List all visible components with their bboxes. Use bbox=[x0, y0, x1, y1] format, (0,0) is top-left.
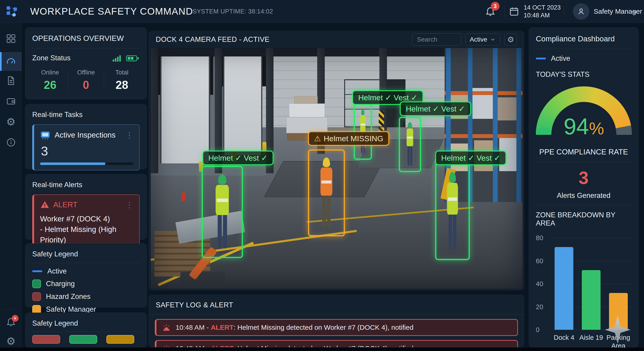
calendar-button[interactable] bbox=[507, 4, 522, 19]
chart-ytick: 40 bbox=[536, 280, 547, 288]
worker-figure bbox=[213, 174, 231, 253]
detection-label-text: Helmet ✓ Vest ✓ bbox=[441, 153, 500, 162]
sidebar-item-dashboard[interactable] bbox=[0, 29, 22, 48]
sidebar-item-settings[interactable]: ⚙ bbox=[0, 112, 22, 131]
legend-label: Charging bbox=[46, 280, 75, 288]
bottom-letterbox-bar bbox=[0, 348, 644, 351]
chart-ytick: 20 bbox=[536, 303, 547, 311]
legend2-swatches bbox=[32, 335, 140, 344]
time-text: 10:48 AM bbox=[524, 11, 561, 19]
active-inspections-card[interactable]: Active Inspections ⋮ 3 bbox=[32, 124, 140, 170]
sidebar-item-notifications[interactable]: + bbox=[0, 313, 22, 331]
page-title: WORKPLACE SAFETY COMMAND bbox=[30, 0, 193, 23]
camera-feed[interactable]: Helmet ✓ Vest ✓⚠Helmet MISSINGHelmet ✓ V… bbox=[151, 48, 522, 289]
search-input[interactable] bbox=[412, 33, 461, 46]
calendar-icon bbox=[509, 6, 519, 17]
log-entry[interactable]: 10:48 AM - ALERT: Helmet Missing detecte… bbox=[155, 319, 518, 336]
chart-gridline bbox=[550, 238, 632, 238]
menu-dots-icon[interactable]: ⋮ bbox=[126, 201, 133, 209]
sidebar-item-assets[interactable] bbox=[0, 92, 22, 111]
detection-box[interactable] bbox=[435, 163, 470, 260]
legend-label: Hazard Zones bbox=[46, 293, 90, 301]
detection-box[interactable] bbox=[308, 149, 345, 236]
zone-status-icons bbox=[112, 54, 140, 62]
log-time: 10:48 AM - bbox=[176, 345, 211, 347]
sidebar-item-info[interactable] bbox=[0, 133, 22, 152]
divider bbox=[32, 48, 140, 48]
avatar[interactable] bbox=[573, 3, 589, 20]
panel-title: Compliance Dashboard bbox=[536, 34, 632, 43]
warning-icon: ⚠ bbox=[314, 134, 321, 143]
log-entry[interactable]: 10:48 AM - ALERT: Helmet Missing detecte… bbox=[155, 340, 518, 347]
vest-shape bbox=[406, 128, 413, 146]
legend-list: ActiveChargingHazard ZonesSafety Manager bbox=[32, 267, 140, 314]
chevron-down-icon bbox=[490, 36, 496, 42]
siren-icon bbox=[162, 323, 171, 332]
legend-swatch bbox=[69, 335, 97, 344]
siren-icon bbox=[162, 344, 171, 347]
legend-swatch bbox=[32, 270, 42, 272]
sidebar-alert-badge: + bbox=[12, 315, 18, 322]
task-label: Active Inspections bbox=[55, 131, 122, 139]
chart-ytick: 0 bbox=[536, 326, 547, 334]
panel-title: Safety Legend bbox=[32, 250, 140, 258]
alert-card[interactable]: ALERT ⋮ Worker #7 (DOCK 4) - Helmet Miss… bbox=[32, 194, 140, 251]
grid-icon bbox=[6, 33, 16, 44]
log-message: : Helmet Missing detected on Worker #7 (… bbox=[234, 345, 413, 347]
gear-icon: ⚙ bbox=[6, 117, 16, 127]
menu-dots-icon[interactable]: ⋮ bbox=[126, 131, 133, 139]
app-logo-icon bbox=[6, 4, 19, 18]
zone-status-row: Zone Status bbox=[32, 54, 140, 62]
detection-box[interactable] bbox=[399, 117, 421, 172]
log-tag: ALERT bbox=[211, 345, 234, 347]
legend-item: Charging bbox=[32, 280, 140, 288]
detection-label-text: Helmet ✓ Vest ✓ bbox=[406, 104, 465, 113]
vest-shape bbox=[216, 185, 229, 215]
info-icon bbox=[6, 137, 16, 148]
log-text: 10:48 AM - ALERT: Helmet Missing detecte… bbox=[176, 324, 414, 331]
log-title: SAFETY LOG & ALERT bbox=[149, 295, 524, 309]
compliance-dashboard-panel: Compliance Dashboard Active TODAY'S STAT… bbox=[529, 27, 638, 347]
alerts-generated-value: 3 bbox=[536, 167, 632, 188]
legend-swatch bbox=[32, 292, 41, 301]
realtime-alerts-panel: Real-time Alerts ALERT ⋮ Worker #7 (DOCK… bbox=[25, 174, 147, 240]
sidebar-item-monitor[interactable] bbox=[0, 52, 22, 71]
realtime-tasks-panel: Real-time Tasks Active Inspections ⋮ 3 bbox=[25, 104, 147, 169]
divider bbox=[536, 49, 632, 49]
log-message: : Helmet Missing detected on Worker #7 (… bbox=[234, 324, 413, 331]
detection-label: Helmet ✓ Vest ✓ bbox=[400, 101, 471, 116]
worker-figure bbox=[318, 157, 334, 232]
helmet-shape bbox=[449, 172, 456, 183]
panel-title: Real-time Alerts bbox=[32, 181, 140, 189]
legend-label: Active bbox=[551, 54, 570, 63]
filter-value: Active bbox=[470, 36, 487, 43]
report-icon bbox=[6, 75, 16, 86]
status-filter-dropdown[interactable]: Active bbox=[466, 33, 500, 46]
detection-box[interactable] bbox=[202, 166, 243, 258]
stat-label: Total bbox=[104, 69, 140, 76]
alert-message: Worker #7 (DOCK 4) - Helmet Missing (Hig… bbox=[40, 214, 133, 245]
detection-label-text: Helmet ✓ Vest ✓ bbox=[358, 93, 417, 102]
detection-label: Helmet ✓ Vest ✓ bbox=[202, 151, 274, 165]
helmet-shape bbox=[323, 157, 330, 167]
detection-label-text: Helmet ✓ Vest ✓ bbox=[208, 153, 268, 162]
chart-bar bbox=[582, 270, 600, 330]
safety-legend-panel: Safety Legend ActiveChargingHazard Zones… bbox=[25, 243, 147, 307]
helmet-shape bbox=[361, 109, 364, 115]
detection-label: Helmet ✓ Vest ✓ bbox=[435, 151, 506, 165]
notification-count-badge: 3 bbox=[491, 2, 500, 10]
ppe-compliance-gauge: 94% bbox=[536, 86, 632, 143]
chevron-down-icon[interactable] bbox=[632, 9, 638, 15]
gear-icon: ⚙ bbox=[507, 36, 514, 43]
legend-item: Active bbox=[32, 267, 140, 275]
stats-title: TODAY'S STATS bbox=[536, 70, 632, 79]
gauge-unit: % bbox=[589, 119, 604, 138]
sidebar-item-reports[interactable] bbox=[0, 71, 22, 90]
stat-value: 0 bbox=[68, 78, 104, 92]
log-time: 10:48 AM - bbox=[176, 324, 211, 331]
legend-swatch bbox=[106, 335, 134, 344]
legend-swatch bbox=[32, 280, 41, 288]
camera-settings-button[interactable]: ⚙ bbox=[504, 33, 517, 46]
log-list: 10:48 AM - ALERT: Helmet Missing detecte… bbox=[149, 315, 524, 347]
zone-stat: Online26 bbox=[32, 69, 68, 92]
